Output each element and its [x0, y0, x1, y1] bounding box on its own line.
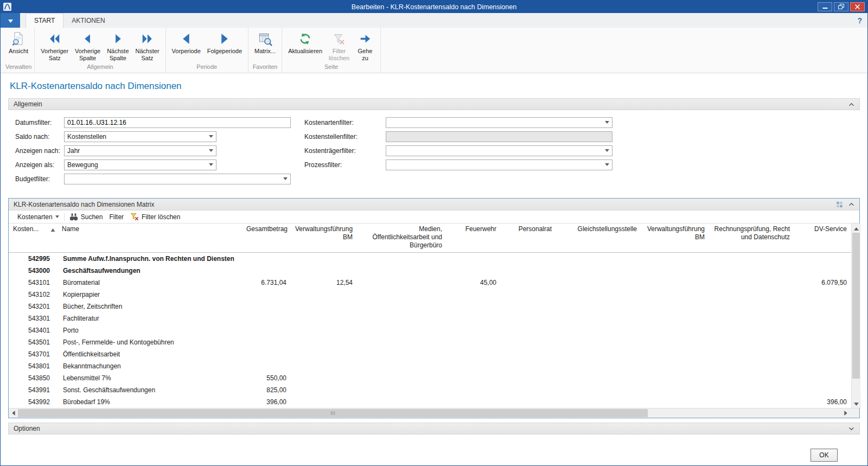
table-row[interactable]: 543850Lebensmittel 7%550,00 [9, 372, 851, 384]
table-row[interactable]: 543501Post-, Fernmelde- und Kontogebühre… [9, 336, 851, 348]
matrix-toolbar: Kostenarten Suchen Filter Filter löschen [9, 210, 859, 224]
ribbon-button-filter-loeschen[interactable]: Filter löschen [326, 29, 353, 62]
ribbon-button-label: Ansicht [9, 48, 28, 55]
minimize-button[interactable] [818, 2, 832, 11]
column-header-label: Personalrat [519, 225, 552, 233]
horizontal-scrollbar[interactable] [9, 408, 850, 418]
chevron-up-icon[interactable] [848, 103, 854, 106]
cell-value [794, 384, 851, 396]
ribbon-button-vorherige-spalte[interactable]: Vorherige Spalte [72, 29, 104, 62]
options-section-header[interactable]: Optionen [8, 423, 860, 435]
chevron-up-icon[interactable] [848, 202, 854, 206]
column-header-verwaltungsfuehrung-bm[interactable]: Verwaltungsführung BM [641, 224, 709, 253]
cell-value [641, 336, 709, 348]
cell-value [641, 324, 709, 336]
restore-button[interactable] [834, 2, 848, 11]
cell-value [242, 289, 291, 301]
ribbon-button-vorperiode[interactable]: Vorperiode [169, 29, 204, 55]
ribbon-button-folgeperiode[interactable]: Folgeperiode [204, 29, 245, 55]
scroll-down-icon [854, 400, 859, 407]
cell-value [709, 277, 794, 289]
general-section-header[interactable]: Allgemein [8, 98, 860, 110]
tab-start[interactable]: START [25, 13, 63, 28]
cell-value [641, 396, 709, 408]
ok-button[interactable]: OK [810, 449, 838, 462]
cell-value [641, 360, 709, 372]
filter-button[interactable]: Filter [106, 210, 127, 223]
search-button[interactable]: Suchen [66, 210, 106, 223]
ribbon-button-vorheriger-satz[interactable]: Vorheriger Satz [37, 29, 72, 62]
table-row[interactable]: 543991Sonst. Geschäftsaufwendungen825,00 [9, 384, 851, 396]
matrix-table: Kosten...NameGesamtbetragVerwaltungsführ… [9, 224, 851, 408]
column-header-feuerwehr[interactable]: Feuerwehr [446, 224, 501, 253]
column-header-personalrat[interactable]: Personalrat [501, 224, 556, 253]
table-row[interactable]: 542995Summe Aufw.f.Inanspruchn. von Rech… [9, 253, 851, 265]
column-header-rechnungspruefung-recht-und-datenschutz[interactable]: Rechnungsprüfung, Recht und Datenschutz [709, 224, 794, 253]
cell-value [709, 312, 794, 324]
table-row[interactable]: 543701Öffentlichkeitsarbeit [9, 348, 851, 360]
column-header-name[interactable]: Name [58, 224, 242, 253]
chevron-down-icon[interactable] [848, 427, 854, 431]
scroll-left-button[interactable] [9, 408, 18, 418]
cell-value [556, 384, 641, 396]
costtypes-menu-button[interactable]: Kostenarten [14, 210, 62, 223]
window-controls [818, 2, 865, 11]
table-row[interactable]: 543401Porto [9, 324, 851, 336]
horizontal-scroll-thumb[interactable] [18, 409, 648, 417]
field-prozessfilter[interactable] [386, 159, 612, 170]
scroll-right-button[interactable] [841, 408, 850, 418]
column-header-dv-service[interactable]: DV-Service [794, 224, 851, 253]
field-kostentraegerfilter[interactable] [386, 145, 612, 156]
table-row[interactable]: 543201Bücher, Zeitschriften [9, 301, 851, 312]
ribbon-button-naechste-spalte[interactable]: Nächste Spalte [104, 29, 132, 62]
column-header-label: Rechnungsprüfung, Recht und Datenschutz [714, 225, 790, 241]
field-label: Datumsfilter: [15, 119, 64, 126]
vertical-scroll-thumb[interactable] [852, 233, 860, 379]
field-budgetfilter[interactable] [64, 174, 291, 184]
table-row[interactable]: 543101Büromaterial6.731,0412,5445,006.07… [9, 277, 851, 289]
footer: OK [8, 449, 860, 462]
field-anzeigen-nach[interactable]: Jahr [64, 145, 216, 156]
field-saldo-nach[interactable]: Kostenstellen [64, 131, 216, 142]
cell-value [501, 253, 556, 265]
customize-icon[interactable] [836, 201, 843, 208]
table-row[interactable]: 543801Bekanntmachungen [9, 360, 851, 372]
help-button[interactable]: ? [852, 13, 867, 28]
clear-filter-button[interactable]: Filter löschen [127, 210, 183, 223]
table-row[interactable]: 543102Kopierpapier [9, 289, 851, 301]
table-row[interactable]: 543992Bürobedarf 19%396,00396,00 [9, 396, 851, 408]
scroll-up-button[interactable] [852, 224, 861, 233]
cell-value [709, 324, 794, 336]
cell-value [641, 384, 709, 396]
table-row[interactable]: 543301Fachliteratur [9, 312, 851, 324]
horizontal-scroll-track[interactable] [18, 408, 841, 418]
select-arrow-icon [209, 163, 213, 166]
vertical-scroll-track[interactable] [852, 233, 860, 399]
tab-aktionen[interactable]: AKTIONEN [63, 13, 113, 28]
column-header-verwaltungsfuehrung-bm[interactable]: Verwaltungsführung BM [291, 224, 357, 253]
matrix-section-header[interactable]: KLR-Kostenartensaldo nach Dimensionen Ma… [9, 199, 859, 210]
cell-code: 543201 [9, 301, 58, 312]
ribbon-button-aktualisieren[interactable]: Aktualisieren [285, 29, 326, 55]
cell-value [446, 312, 501, 324]
table-row[interactable]: 543000Geschäftsaufwendungen [9, 265, 851, 277]
ribbon-button-matrix[interactable]: Matrix... [251, 29, 279, 55]
column-header-kosten[interactable]: Kosten... [9, 224, 58, 253]
close-button[interactable] [850, 2, 865, 11]
column-header-gleichstellungsstelle[interactable]: Gleichstellungsstelle [556, 224, 641, 253]
vertical-scrollbar[interactable] [851, 224, 860, 408]
column-header-medien-oeffentlichkeitsarbeit-und-buergerbuero[interactable]: Medien, Öffentlichkeitsarbeit und Bürger… [357, 224, 446, 253]
cell-name: Sonst. Geschäftsaufwendungen [58, 384, 242, 396]
field-anzeigen-als[interactable]: Bewegung [64, 159, 216, 170]
ribbon-button-gehe-zu[interactable]: Gehe zu [353, 29, 378, 62]
refresh-icon [299, 30, 311, 47]
scroll-down-button[interactable] [852, 399, 861, 408]
application-menu-button[interactable] [1, 13, 20, 28]
ribbon-button-ansicht[interactable]: Ansicht [5, 29, 31, 55]
column-header-gesamtbetrag[interactable]: Gesamtbetrag [242, 224, 291, 253]
scroll-right-icon [844, 410, 847, 417]
ribbon-button-naechster-satz[interactable]: Nächster Satz [132, 29, 163, 62]
field-datumsfilter[interactable] [64, 117, 291, 128]
field-value: Jahr [67, 147, 80, 155]
field-kostenartenfilter[interactable] [386, 117, 612, 128]
